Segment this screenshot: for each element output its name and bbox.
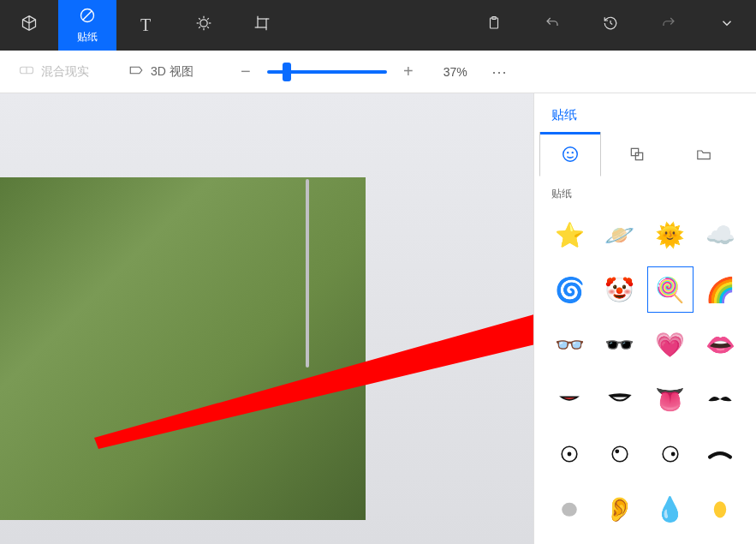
toolbar-3d-button[interactable]	[0, 0, 58, 51]
sticker-drop[interactable]: 💧	[647, 486, 693, 532]
toolbar-sticker-label: 贴纸	[77, 30, 98, 45]
sticker-spiral[interactable]: 🌀	[546, 266, 592, 313]
sticker-lollipop[interactable]: 🍭	[647, 266, 693, 313]
tab-stickers-face[interactable]	[539, 132, 601, 176]
toolbar-expand-button[interactable]	[698, 0, 756, 51]
sticker-grid: ⭐🪐🌞☁️🌀🤡🍭🌈👓🕶️💗👄👅👂💧🐾🐽🔔	[534, 208, 756, 544]
sticker-planet[interactable]: 🪐	[597, 212, 643, 258]
sticker-clown[interactable]: 🤡	[597, 266, 643, 313]
svg-line-7	[207, 27, 209, 28]
zoom-slider[interactable]	[267, 70, 387, 74]
sticker-icon	[79, 7, 96, 28]
svg-point-22	[563, 147, 578, 162]
svg-point-28	[568, 452, 572, 457]
effects-icon	[195, 15, 212, 36]
panel-title: 贴纸	[534, 93, 756, 132]
svg-point-33	[562, 503, 577, 517]
sticker-eyeglasses[interactable]: 👓	[546, 321, 592, 368]
crop-icon	[253, 15, 271, 36]
canvas-scrollbar[interactable]	[305, 179, 310, 453]
sticker-cloud[interactable]: ☁️	[697, 212, 743, 258]
panel-section-label: 贴纸	[534, 176, 756, 208]
toolbar-canvas-button[interactable]	[233, 0, 291, 51]
history-icon	[603, 15, 618, 35]
canvas-scrollbar-thumb[interactable]	[306, 179, 309, 368]
toolbar-history-button[interactable]	[581, 0, 640, 51]
sticker-brow[interactable]	[697, 431, 743, 477]
zoom-slider-group: − +	[235, 62, 420, 81]
sticker-rainbow[interactable]: 🌈	[697, 266, 743, 313]
3d-view-button[interactable]: 3D 视图	[122, 61, 200, 83]
cube-icon	[21, 15, 38, 36]
svg-point-34	[714, 501, 726, 517]
folder-icon	[695, 147, 712, 161]
toolbar-redo-button[interactable]	[640, 0, 698, 51]
toolbar-paste-button[interactable]	[465, 0, 523, 51]
canvas-area[interactable]	[0, 93, 533, 544]
svg-rect-25	[631, 148, 638, 155]
zoom-value: 37%	[443, 65, 467, 79]
sticker-bell[interactable]: 🔔	[697, 541, 743, 544]
svg-line-18	[610, 23, 612, 25]
sticker-eye1[interactable]	[546, 431, 592, 477]
redo-icon	[661, 15, 676, 35]
sticker-heart[interactable]: 💗	[647, 321, 693, 368]
sticker-lips[interactable]: 👄	[697, 321, 743, 368]
more-button[interactable]: ⋯	[491, 63, 507, 81]
svg-line-6	[199, 18, 200, 20]
text-icon: T	[140, 15, 151, 35]
svg-line-9	[207, 18, 209, 20]
sticker-eye2[interactable]	[597, 431, 643, 477]
toolbar-text-button[interactable]: T	[116, 0, 175, 51]
sticker-ear[interactable]: 👂	[597, 486, 643, 532]
toolbar-sticker-button[interactable]: 贴纸	[58, 0, 116, 51]
zoom-in-button[interactable]: +	[397, 62, 420, 81]
svg-point-30	[615, 449, 619, 453]
tab-stickers-custom[interactable]	[606, 132, 668, 176]
shapes-icon	[628, 146, 646, 163]
sticker-mouth1[interactable]	[546, 376, 592, 422]
sticker-mustache[interactable]	[697, 376, 743, 422]
sticker-blob-yellow[interactable]	[697, 486, 743, 532]
mixed-reality-icon	[19, 64, 34, 79]
clipboard-icon	[486, 15, 502, 35]
svg-point-1	[200, 20, 207, 27]
svg-rect-10	[258, 19, 266, 27]
canvas-image	[0, 177, 366, 520]
mixed-reality-button[interactable]: 混合现实	[12, 61, 96, 83]
svg-point-24	[572, 152, 573, 153]
svg-point-32	[670, 452, 675, 457]
toolbar-effects-button[interactable]	[175, 0, 233, 51]
sticker-panel: 贴纸 贴纸 ⭐🪐🌞☁️🌀🤡🍭🌈👓🕶️💗👄👅👂💧🐾🐽🔔	[533, 93, 756, 544]
zoom-slider-thumb[interactable]	[283, 63, 291, 81]
sticker-star[interactable]: ⭐	[546, 212, 592, 258]
3d-view-label: 3D 视图	[151, 64, 193, 80]
tab-stickers-folder[interactable]	[673, 132, 735, 176]
sub-toolbar: 混合现实 3D 视图 − + 37% ⋯	[0, 51, 756, 93]
svg-rect-26	[635, 152, 642, 159]
top-toolbar: 贴纸 T	[0, 0, 756, 51]
sticker-tongue[interactable]: 👅	[647, 376, 693, 422]
chevron-down-icon	[719, 15, 735, 35]
toolbar-undo-button[interactable]	[523, 0, 581, 51]
mixed-reality-label: 混合现实	[41, 64, 89, 80]
3d-view-icon	[128, 64, 144, 79]
panel-tabs	[534, 132, 756, 176]
sticker-snout[interactable]: 🐽	[647, 541, 693, 544]
svg-line-8	[199, 27, 200, 28]
sticker-paws[interactable]: 🐾	[597, 541, 643, 544]
svg-point-23	[568, 152, 568, 153]
sticker-mouth2[interactable]	[597, 376, 643, 422]
svg-point-29	[612, 446, 628, 462]
sticker-sunglasses[interactable]: 🕶️	[597, 321, 643, 368]
undo-icon	[545, 15, 560, 35]
sticker-sun[interactable]: 🌞	[647, 212, 693, 258]
zoom-out-button[interactable]: −	[235, 62, 257, 81]
svg-point-31	[663, 446, 678, 462]
sticker-shape1[interactable]	[546, 541, 592, 544]
smiley-icon	[561, 145, 580, 164]
sticker-eye3[interactable]	[647, 431, 693, 477]
sticker-blob-gray[interactable]	[546, 486, 592, 532]
